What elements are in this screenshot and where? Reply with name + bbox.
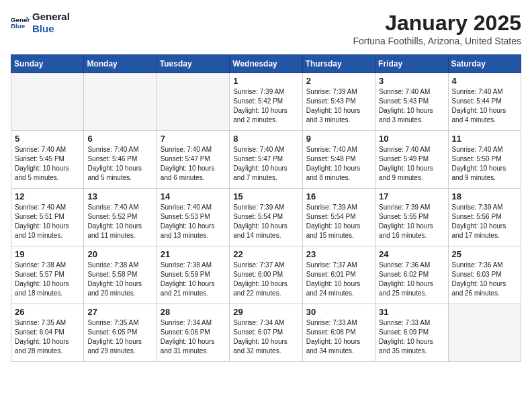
- day-number: 10: [379, 134, 444, 144]
- day-info: Sunrise: 7:39 AMSunset: 5:54 PMDaylight:…: [306, 203, 371, 240]
- day-number: 20: [87, 249, 152, 259]
- calendar-cell: 22Sunrise: 7:37 AMSunset: 6:00 PMDayligh…: [230, 246, 302, 304]
- day-number: 18: [452, 191, 517, 201]
- day-info: Sunrise: 7:35 AMSunset: 6:04 PMDaylight:…: [15, 318, 80, 356]
- header-friday: Friday: [375, 55, 448, 73]
- week-row-1: 1Sunrise: 7:39 AMSunset: 5:42 PMDaylight…: [11, 73, 521, 131]
- logo-line2: Blue: [32, 23, 70, 35]
- calendar-header-row: SundayMondayTuesdayWednesdayThursdayFrid…: [11, 55, 521, 73]
- calendar-cell: 29Sunrise: 7:34 AMSunset: 6:07 PMDayligh…: [230, 304, 302, 362]
- day-number: 6: [87, 134, 152, 144]
- day-number: 31: [379, 307, 444, 317]
- day-number: 24: [379, 249, 444, 259]
- day-info: Sunrise: 7:40 AMSunset: 5:43 PMDaylight:…: [379, 87, 444, 125]
- day-info: Sunrise: 7:36 AMSunset: 6:02 PMDaylight:…: [379, 261, 444, 298]
- calendar-cell: 17Sunrise: 7:39 AMSunset: 5:55 PMDayligh…: [375, 189, 448, 246]
- day-number: 29: [233, 307, 298, 317]
- header-saturday: Saturday: [448, 55, 521, 73]
- day-info: Sunrise: 7:40 AMSunset: 5:46 PMDaylight:…: [87, 145, 152, 183]
- day-number: 19: [15, 249, 80, 259]
- day-info: Sunrise: 7:37 AMSunset: 6:01 PMDaylight:…: [306, 261, 371, 298]
- day-info: Sunrise: 7:40 AMSunset: 5:53 PMDaylight:…: [161, 203, 226, 240]
- day-number: 21: [161, 249, 226, 259]
- calendar-table: SundayMondayTuesdayWednesdayThursdayFrid…: [11, 54, 521, 362]
- week-row-3: 12Sunrise: 7:40 AMSunset: 5:51 PMDayligh…: [11, 189, 521, 246]
- day-number: 23: [306, 249, 371, 259]
- day-info: Sunrise: 7:40 AMSunset: 5:47 PMDaylight:…: [233, 145, 298, 183]
- week-row-5: 26Sunrise: 7:35 AMSunset: 6:04 PMDayligh…: [11, 304, 521, 362]
- calendar-cell: 26Sunrise: 7:35 AMSunset: 6:04 PMDayligh…: [11, 304, 84, 362]
- calendar-cell: 21Sunrise: 7:38 AMSunset: 5:59 PMDayligh…: [157, 246, 229, 304]
- header-thursday: Thursday: [302, 55, 375, 73]
- page-header: General Blue General Blue January 2025 F…: [11, 11, 521, 46]
- calendar-cell: 13Sunrise: 7:40 AMSunset: 5:52 PMDayligh…: [84, 189, 157, 246]
- day-number: 26: [15, 307, 80, 317]
- calendar-cell: 15Sunrise: 7:39 AMSunset: 5:54 PMDayligh…: [230, 189, 302, 246]
- day-number: 30: [306, 307, 371, 317]
- svg-text:Blue: Blue: [11, 22, 26, 30]
- day-info: Sunrise: 7:39 AMSunset: 5:55 PMDaylight:…: [379, 203, 444, 240]
- day-number: 15: [233, 191, 298, 201]
- calendar-cell: 14Sunrise: 7:40 AMSunset: 5:53 PMDayligh…: [157, 189, 229, 246]
- calendar-cell: 31Sunrise: 7:33 AMSunset: 6:09 PMDayligh…: [375, 304, 448, 362]
- calendar-cell: 20Sunrise: 7:38 AMSunset: 5:58 PMDayligh…: [84, 246, 157, 304]
- day-number: 14: [161, 191, 226, 201]
- day-number: 12: [15, 191, 80, 201]
- logo-icon: General Blue: [11, 13, 30, 32]
- day-info: Sunrise: 7:39 AMSunset: 5:56 PMDaylight:…: [452, 203, 517, 240]
- day-number: 11: [452, 134, 517, 144]
- day-info: Sunrise: 7:39 AMSunset: 5:42 PMDaylight:…: [233, 87, 298, 125]
- calendar-cell: 5Sunrise: 7:40 AMSunset: 5:45 PMDaylight…: [11, 131, 84, 189]
- day-number: 5: [15, 134, 80, 144]
- day-info: Sunrise: 7:34 AMSunset: 6:06 PMDaylight:…: [161, 318, 226, 356]
- calendar-cell: 28Sunrise: 7:34 AMSunset: 6:06 PMDayligh…: [157, 304, 229, 362]
- calendar-title: January 2025: [353, 11, 521, 36]
- day-number: 16: [306, 191, 371, 201]
- day-info: Sunrise: 7:38 AMSunset: 5:58 PMDaylight:…: [87, 261, 152, 298]
- day-number: 3: [379, 76, 444, 86]
- day-number: 22: [233, 249, 298, 259]
- calendar-cell: 12Sunrise: 7:40 AMSunset: 5:51 PMDayligh…: [11, 189, 84, 246]
- day-number: 7: [161, 134, 226, 144]
- week-row-4: 19Sunrise: 7:38 AMSunset: 5:57 PMDayligh…: [11, 246, 521, 304]
- calendar-cell: [448, 304, 521, 362]
- day-info: Sunrise: 7:40 AMSunset: 5:51 PMDaylight:…: [15, 203, 80, 240]
- title-block: January 2025 Fortuna Foothills, Arizona,…: [353, 11, 521, 46]
- day-info: Sunrise: 7:33 AMSunset: 6:08 PMDaylight:…: [306, 318, 371, 356]
- logo: General Blue General Blue: [11, 11, 70, 35]
- calendar-cell: [11, 73, 84, 131]
- header-tuesday: Tuesday: [157, 55, 229, 73]
- day-info: Sunrise: 7:37 AMSunset: 6:00 PMDaylight:…: [233, 261, 298, 298]
- calendar-cell: 27Sunrise: 7:35 AMSunset: 6:05 PMDayligh…: [84, 304, 157, 362]
- day-info: Sunrise: 7:39 AMSunset: 5:54 PMDaylight:…: [233, 203, 298, 240]
- day-info: Sunrise: 7:40 AMSunset: 5:44 PMDaylight:…: [452, 87, 517, 125]
- calendar-cell: [84, 73, 157, 131]
- day-info: Sunrise: 7:40 AMSunset: 5:48 PMDaylight:…: [306, 145, 371, 183]
- calendar-cell: 30Sunrise: 7:33 AMSunset: 6:08 PMDayligh…: [302, 304, 375, 362]
- day-number: 17: [379, 191, 444, 201]
- day-number: 28: [161, 307, 226, 317]
- day-info: Sunrise: 7:39 AMSunset: 5:43 PMDaylight:…: [306, 87, 371, 125]
- day-info: Sunrise: 7:38 AMSunset: 5:57 PMDaylight:…: [15, 261, 80, 298]
- calendar-cell: 25Sunrise: 7:36 AMSunset: 6:03 PMDayligh…: [448, 246, 521, 304]
- day-info: Sunrise: 7:33 AMSunset: 6:09 PMDaylight:…: [379, 318, 444, 356]
- day-number: 13: [87, 191, 152, 201]
- calendar-cell: 18Sunrise: 7:39 AMSunset: 5:56 PMDayligh…: [448, 189, 521, 246]
- day-info: Sunrise: 7:35 AMSunset: 6:05 PMDaylight:…: [87, 318, 152, 356]
- calendar-cell: 10Sunrise: 7:40 AMSunset: 5:49 PMDayligh…: [375, 131, 448, 189]
- calendar-cell: 23Sunrise: 7:37 AMSunset: 6:01 PMDayligh…: [302, 246, 375, 304]
- header-sunday: Sunday: [11, 55, 84, 73]
- header-monday: Monday: [84, 55, 157, 73]
- calendar-subtitle: Fortuna Foothills, Arizona, United State…: [353, 36, 521, 46]
- calendar-cell: 16Sunrise: 7:39 AMSunset: 5:54 PMDayligh…: [302, 189, 375, 246]
- logo-line1: General: [32, 11, 70, 23]
- day-info: Sunrise: 7:34 AMSunset: 6:07 PMDaylight:…: [233, 318, 298, 356]
- calendar-cell: 2Sunrise: 7:39 AMSunset: 5:43 PMDaylight…: [302, 73, 375, 131]
- day-number: 1: [233, 76, 298, 86]
- day-info: Sunrise: 7:36 AMSunset: 6:03 PMDaylight:…: [452, 261, 517, 298]
- day-info: Sunrise: 7:38 AMSunset: 5:59 PMDaylight:…: [161, 261, 226, 298]
- calendar-cell: 1Sunrise: 7:39 AMSunset: 5:42 PMDaylight…: [230, 73, 302, 131]
- header-wednesday: Wednesday: [230, 55, 302, 73]
- calendar-cell: 11Sunrise: 7:40 AMSunset: 5:50 PMDayligh…: [448, 131, 521, 189]
- day-number: 8: [233, 134, 298, 144]
